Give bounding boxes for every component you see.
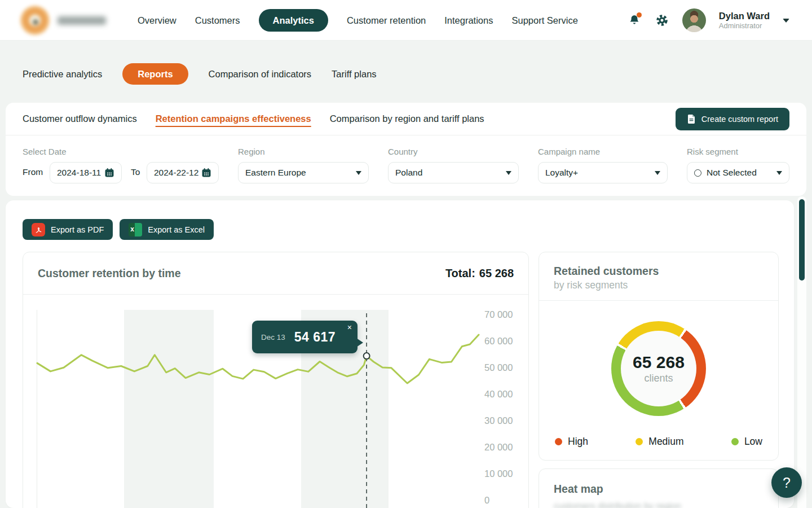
risk-segment-select[interactable]: Not Selected (687, 162, 789, 183)
y-axis-tick: 50 000 (484, 362, 513, 373)
y-axis-labels: 70 00060 00050 00040 00030 00020 00010 0… (484, 310, 529, 508)
donut-center-label: clients (644, 373, 673, 384)
nav-item-analytics-active[interactable]: Analytics (259, 9, 328, 32)
report-content-card: Export as PDF x Export as Excel Customer… (6, 200, 794, 508)
tab-retention-campaigns-effectiveness-active[interactable]: Retention campaigns effectiveness (156, 113, 311, 124)
brand-logo[interactable] (20, 6, 106, 35)
subnav-item-tariff-plans[interactable]: Tariff plans (332, 69, 377, 80)
retained-customers-panel: Retained customers by risk segments 65 2… (539, 252, 779, 461)
user-cluster: Dylan Ward Administrator (627, 0, 789, 41)
brand-logo-text-blurred (58, 16, 106, 25)
main-nav: Overview Customers Analytics Customer re… (138, 0, 578, 41)
nav-item-overview[interactable]: Overview (138, 15, 176, 26)
tab-customer-outflow-dynamics[interactable]: Customer outflow dynamics (23, 113, 137, 124)
campaign-name-label: Campaign name (538, 147, 600, 156)
country-value: Poland (395, 168, 422, 178)
date-to-input[interactable]: 2024-22-12 (147, 162, 219, 183)
radio-unselected-icon (694, 169, 701, 177)
pdf-icon (32, 223, 45, 237)
nav-item-customers[interactable]: Customers (195, 15, 240, 26)
heat-map-header: Heat map customers distribution by regio… (539, 469, 778, 508)
subnav-item-reports-active[interactable]: Reports (122, 63, 188, 85)
legend-dot-high (555, 438, 562, 445)
retention-panel-header: Customer retention by time Total: 65 268 (23, 252, 528, 295)
retention-total-label: Total: (445, 267, 475, 280)
y-axis-tick: 20 000 (484, 442, 513, 453)
help-button[interactable]: ? (771, 467, 802, 498)
chevron-down-icon[interactable] (783, 19, 789, 23)
legend-item-medium[interactable]: Medium (636, 436, 683, 448)
select-date-label: Select Date (23, 147, 67, 156)
heat-map-subtitle-blurred: customers distribution by region (554, 501, 764, 508)
region-value: Eastern Europe (245, 168, 306, 178)
retained-panel-subtitle: by risk segments (554, 279, 764, 291)
excel-icon: x (129, 223, 142, 237)
selected-point-marker[interactable] (364, 353, 370, 359)
donut-center-value: 65 268 (633, 353, 685, 372)
risk-donut[interactable]: 65 268 clients (611, 321, 706, 416)
heat-map-panel: Heat map customers distribution by regio… (539, 468, 779, 508)
analytics-dashboard-page: Overview Customers Analytics Customer re… (0, 0, 812, 508)
export-excel-button[interactable]: x Export as Excel (120, 219, 214, 240)
subnav-item-predictive-analytics[interactable]: Predictive analytics (23, 69, 102, 80)
from-label: From (23, 167, 43, 177)
country-select[interactable]: Poland (388, 162, 519, 183)
legend-item-high[interactable]: High (555, 436, 588, 448)
export-buttons: Export as PDF x Export as Excel (23, 219, 214, 240)
document-icon (687, 114, 696, 124)
legend-label-high: High (568, 436, 588, 448)
legend-label-low: Low (744, 436, 762, 448)
calendar-icon (201, 168, 211, 178)
risk-segment-value: Not Selected (707, 168, 757, 178)
tooltip-value: 54 617 (294, 330, 336, 345)
user-name: Dylan Ward (719, 11, 770, 22)
region-select[interactable]: Eastern Europe (238, 162, 369, 183)
scrollbar-track[interactable] (797, 196, 806, 508)
create-custom-report-button[interactable]: Create custom report (676, 108, 789, 130)
campaign-select[interactable]: Loyalty+ (538, 162, 668, 183)
nav-item-integrations[interactable]: Integrations (444, 15, 493, 26)
retention-line-chart[interactable]: Dec 13 54 617 × (37, 310, 478, 508)
tooltip-date: Dec 13 (261, 333, 285, 341)
brand-logo-icon (20, 6, 50, 35)
nav-item-customer-retention[interactable]: Customer retention (347, 15, 426, 26)
risk-segment-label: Risk segment (687, 147, 738, 156)
retention-total: Total: 65 268 (445, 267, 514, 280)
campaign-value: Loyalty+ (545, 168, 578, 178)
top-header: Overview Customers Analytics Customer re… (0, 0, 812, 41)
legend-item-low[interactable]: Low (731, 436, 762, 448)
heat-map-title: Heat map (554, 483, 764, 496)
export-pdf-label: Export as PDF (51, 225, 104, 234)
user-role: Administrator (719, 21, 770, 30)
y-axis-tick: 60 000 (484, 336, 513, 347)
nav-item-support-service[interactable]: Support Service (511, 15, 577, 26)
user-info[interactable]: Dylan Ward Administrator (719, 11, 770, 30)
y-axis-tick: 10 000 (484, 468, 513, 479)
scrollbar-thumb[interactable] (799, 199, 805, 281)
retained-panel-title: Retained customers (554, 265, 764, 278)
filters-row: Select Date From 2024-18-11 To 2024-22-1… (6, 135, 806, 195)
export-pdf-button[interactable]: Export as PDF (23, 219, 113, 240)
donut-center: 65 268 clients (621, 331, 696, 406)
legend-dot-medium (636, 438, 643, 445)
tab-comparison-by-region-and-tariff-plans[interactable]: Comparison by region and tariff plans (330, 113, 484, 124)
y-axis-tick: 30 000 (484, 415, 513, 426)
analytics-subnav: Predictive analytics Reports Comparison … (23, 63, 377, 85)
report-tabs: Customer outflow dynamics Retention camp… (6, 103, 806, 135)
chevron-down-icon (506, 171, 511, 175)
notifications-button[interactable] (627, 13, 642, 28)
date-from-input[interactable]: 2024-18-11 (50, 162, 122, 183)
settings-button[interactable] (655, 13, 669, 28)
chevron-down-icon (356, 171, 361, 175)
risk-legend: High Medium Low (539, 436, 778, 448)
legend-label-medium: Medium (648, 436, 683, 448)
close-icon[interactable]: × (347, 323, 352, 332)
to-label: To (131, 167, 140, 177)
retention-panel-title: Customer retention by time (38, 267, 181, 280)
y-axis-tick: 40 000 (484, 389, 513, 400)
y-axis-tick: 0 (484, 495, 489, 506)
chevron-down-icon (776, 171, 782, 175)
avatar[interactable] (682, 8, 706, 32)
subnav-item-comparison-of-indicators[interactable]: Comparison of indicators (209, 69, 312, 80)
chevron-down-icon (655, 171, 660, 175)
